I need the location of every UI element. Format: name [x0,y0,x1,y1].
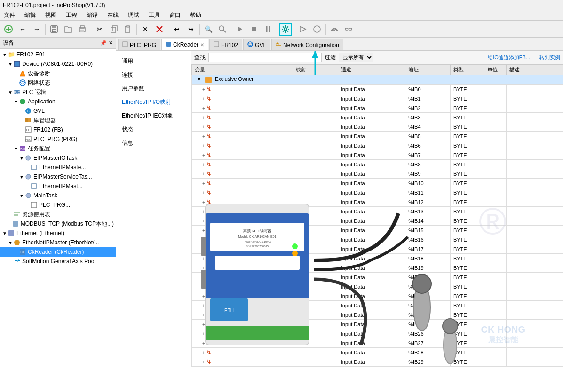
row-expand[interactable]: + [202,350,205,355]
row-expand[interactable]: + [202,162,205,167]
row-expand[interactable]: + [202,322,205,327]
row-expand[interactable]: + [202,134,205,139]
tree-item-device[interactable]: ▼ Device (AC801-0221-U0R0) [0,59,116,69]
menu-window[interactable]: 窗口 [167,10,182,20]
row-expand[interactable]: + [202,266,205,271]
tree-item-plcprg2[interactable]: PLC_PRG... [0,200,116,210]
row-expand[interactable]: + [202,228,205,233]
menu-online[interactable]: 在线 [105,10,120,20]
toolbar-copy-btn[interactable] [107,23,120,36]
toolbar-settings-btn[interactable] [279,23,292,36]
tree-item-eipmaster[interactable]: ▼ EIPMasterIOTask [0,153,116,163]
row-expand[interactable]: + [202,284,205,290]
toolbar-run-btn[interactable] [296,23,309,36]
menu-io-mapping[interactable]: EtherNet/IP I/O映射 [116,95,191,109]
tree-item-ethmaster1[interactable]: EthernetIPMaste... [0,163,116,172]
row-expand[interactable]: + [202,331,205,337]
tree-item-app[interactable]: ▼ Application [0,97,116,106]
pin-icon[interactable]: 📌 [100,40,107,46]
tab-netconfig[interactable]: Network Configuration [271,39,343,50]
expand-app[interactable]: ▼ [13,99,19,104]
toolbar-cut-btn[interactable]: ✂ [93,23,106,36]
menu-project[interactable]: 工程 [64,10,79,20]
toolbar-forward-btn[interactable]: → [30,23,43,36]
row-expand[interactable]: + [202,275,205,280]
close-panel-icon[interactable]: ✕ [109,40,113,46]
toolbar-delete2-btn[interactable] [153,23,166,36]
tree-item-eipservice[interactable]: ▼ EIPMasterServiceTas... [0,172,116,181]
row-expand[interactable]: + [202,247,205,252]
tree-item-resusage[interactable]: 资源使用表 [0,210,116,219]
row-expand[interactable]: + [202,294,205,299]
toolbar-pause-btn[interactable] [262,23,275,36]
exclusive-owner-expand[interactable]: ▼ [197,76,202,82]
row-expand[interactable]: + [202,237,205,243]
row-expand[interactable]: + [202,172,205,177]
menu-debug[interactable]: 调试 [126,10,141,20]
tree-item-netstat[interactable]: 网络状态 [0,78,116,87]
row-expand[interactable]: + [202,209,205,214]
menu-file[interactable]: 文件 [2,10,17,20]
toolbar-stop-btn[interactable] [247,23,261,36]
tree-item-gvl[interactable]: G GVL [0,106,116,116]
row-expand[interactable]: + [202,96,205,102]
menu-general[interactable]: 通用 [116,55,191,68]
tree-item-plclogic[interactable]: ▼ PLC PLC 逻辑 [0,87,116,97]
expand-maintask[interactable]: ▼ [19,193,24,198]
row-expand[interactable]: + [202,256,205,261]
expand-eipmaster[interactable]: ▼ [19,156,24,161]
toolbar-search-btn[interactable]: 🔍 [202,23,215,36]
tree-item-diag[interactable]: ! 设备诊断 [0,69,116,78]
row-expand[interactable]: + [202,115,205,120]
row-expand[interactable]: + [202,313,205,318]
tree-item-taskcfg[interactable]: ▼ TASK 任务配置 [0,144,116,153]
tab-fr102[interactable]: FR102 [209,39,242,50]
menu-help[interactable]: 帮助 [188,10,203,20]
menu-view[interactable]: 视图 [43,10,58,20]
toolbar-build-btn[interactable] [233,23,246,36]
toolbar-back-btn[interactable]: ← [16,23,29,36]
expand-device[interactable]: ▼ [8,62,13,67]
row-expand[interactable]: + [202,360,205,365]
tree-item-libmgr[interactable]: 库管理器 [0,116,116,125]
menu-edit[interactable]: 编辑 [23,10,38,20]
expand-taskcfg[interactable]: ▼ [13,146,19,151]
toolbar-disconnect-btn[interactable] [342,23,355,36]
toolbar-debug-btn[interactable] [310,23,324,36]
expand-eipservice[interactable]: ▼ [19,174,24,180]
menu-info[interactable]: 信息 [116,136,191,150]
search-input[interactable] [208,53,322,62]
row-expand[interactable]: + [202,190,205,196]
toolbar-open-btn[interactable] [62,23,75,36]
tree-item-fr102fb[interactable]: FB FR102 (FB) [0,125,116,134]
row-expand[interactable]: + [202,219,205,224]
tree-item-softmotion[interactable]: SoftMotion General Axis Pool [0,257,116,266]
row-expand[interactable]: + [202,153,205,158]
menu-status[interactable]: 状态 [116,123,191,136]
menu-tools[interactable]: 工具 [147,10,162,20]
toolbar-online-btn[interactable] [328,23,341,36]
row-expand[interactable]: + [202,87,205,92]
toolbar-paste-btn[interactable] [121,23,135,36]
toolbar-redo-btn[interactable]: ↪ [184,23,198,36]
toolbar-undo-btn[interactable]: ↩ [170,23,183,36]
row-expand[interactable]: + [202,341,205,346]
tab-ckreader-close[interactable]: ✕ [200,42,204,47]
tab-gvl[interactable]: GVL [243,39,270,50]
tree-item-ethernet[interactable]: ▼ Ethernet (Ethernet) [0,228,116,238]
row-expand[interactable]: + [202,181,205,186]
menu-compile[interactable]: 编译 [85,10,100,20]
toolbar-print-btn[interactable] [76,23,89,36]
tree-item-fr102[interactable]: ▼ 📁 FR102-E01 [0,50,116,59]
toolbar-delete-btn[interactable]: ✕ [139,23,152,36]
toolbar-replace-btn[interactable] [216,23,229,36]
row-expand[interactable]: + [202,303,205,308]
tree-item-ethnetmaster[interactable]: ▼ EtherNetIPMaster (EtherNet/... [0,238,116,247]
expand-ethnetmaster[interactable]: ▼ [8,240,13,245]
expand-plclogic[interactable]: ▼ [8,90,13,95]
tree-item-maintask[interactable]: ▼ MainTask [0,191,116,200]
menu-iec-objects[interactable]: EtherNet/IP IEC对象 [116,109,191,123]
toolbar-save-btn[interactable] [48,23,61,36]
add-fb-link[interactable]: 给IO通道添加FB... [488,54,530,61]
tab-ckreader[interactable]: CkReader ✕ [161,39,208,50]
